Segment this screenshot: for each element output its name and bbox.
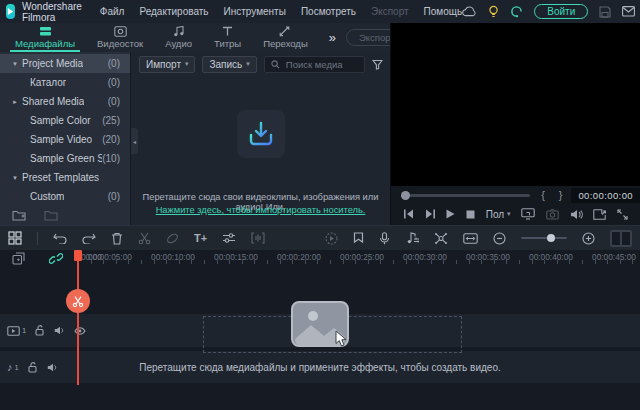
timeline-panel: 00:00 00:00:05:00 00:00:10:00 00:00:15:0…: [0, 250, 640, 410]
tab-audio-label: Аудио: [165, 38, 192, 49]
menu-view[interactable]: Посмотреть: [301, 6, 356, 17]
audio-mixer-icon[interactable]: [405, 232, 419, 244]
menu-tools[interactable]: Инструменты: [224, 6, 286, 17]
menu-edit[interactable]: Редактировать: [139, 6, 208, 17]
expander-icon[interactable]: ▾: [8, 174, 22, 182]
video-viewport: [391, 23, 640, 186]
menu-help[interactable]: Помощь: [424, 6, 463, 17]
track-panes-toggle[interactable]: [610, 230, 632, 247]
timeline-zoom-slider[interactable]: [521, 237, 567, 239]
chevron-down-icon: ▾: [246, 60, 250, 68]
mute-speaker-icon[interactable]: [54, 326, 65, 335]
zoom-slider-thumb[interactable]: [547, 234, 555, 242]
eye-visibility-icon[interactable]: [74, 327, 86, 335]
export-frame-icon[interactable]: [593, 209, 606, 220]
duplicate-icon[interactable]: [12, 252, 25, 265]
cloud-icon[interactable]: [462, 6, 477, 17]
second-display-icon[interactable]: [521, 208, 535, 220]
layout-grid-icon[interactable]: [8, 231, 22, 245]
auto-ripple-link-icon[interactable]: [49, 252, 63, 265]
sidebar-item-sample-color[interactable]: Sample Color (25): [0, 111, 130, 130]
tab-titles-label: Титры: [214, 38, 241, 49]
prev-frame-button[interactable]: [403, 209, 414, 219]
seek-bar[interactable]: [401, 194, 530, 197]
sidebar-item-preset-templates[interactable]: ▾ Preset Templates: [0, 168, 130, 187]
delete-folder-icon: [44, 209, 58, 221]
titlebar-actions: Войти – ×: [462, 4, 640, 19]
search-input[interactable]: [284, 58, 358, 71]
undo-icon[interactable]: [53, 232, 67, 244]
new-folder-icon[interactable]: [12, 209, 26, 221]
asset-tabbar: Медиафайлы Видеосток Аудио Титры Переход…: [0, 23, 390, 52]
media-toolbar: Импорт ▾ Запись ▾: [131, 52, 390, 73]
fit-timeline-icon[interactable]: [463, 233, 478, 244]
marker-icon[interactable]: [353, 232, 364, 245]
next-frame-button[interactable]: [425, 209, 436, 219]
video-track-icon: [7, 326, 20, 336]
expander-icon[interactable]: ▾: [8, 60, 22, 68]
preview-panel: { } 00:00:00:00 Пол ▾: [390, 23, 640, 225]
adjust-sliders-icon[interactable]: [222, 232, 236, 244]
video-track-number: 1: [22, 326, 26, 335]
sidebar-item-sample-video[interactable]: Sample Video (20): [0, 130, 130, 149]
tab-transitions[interactable]: Переходы: [252, 23, 319, 52]
fullscreen-icon[interactable]: [617, 209, 628, 220]
import-drop-tile[interactable]: [237, 110, 285, 158]
record-button[interactable]: Запись ▾: [202, 56, 256, 73]
tab-titles[interactable]: Титры: [203, 23, 252, 52]
render-preview-icon: [325, 232, 338, 245]
filter-icon[interactable]: [372, 59, 383, 70]
login-button[interactable]: Войти: [534, 4, 588, 19]
titlebar: Wondershare Filmora Файл Редактировать И…: [0, 0, 640, 23]
import-media-link[interactable]: Нажмите здесь, чтобы импортировать носит…: [131, 205, 390, 215]
sidebar-item-catalog[interactable]: Каталог (0): [0, 73, 130, 92]
playhead-handle[interactable]: [74, 250, 82, 261]
toolbar-divider: [37, 232, 38, 245]
voiceover-mic-icon[interactable]: [379, 232, 390, 245]
stop-button[interactable]: [466, 210, 475, 219]
tab-audio[interactable]: Аудио: [154, 23, 203, 52]
zoom-out-icon[interactable]: [493, 232, 506, 245]
menu-bar: Файл Редактировать Инструменты Посмотрет…: [100, 6, 462, 17]
toolbar-right: [325, 230, 632, 247]
split-scissors-icon: [138, 232, 151, 245]
expander-icon[interactable]: ▸: [8, 98, 22, 106]
chevron-down-icon: ▾: [185, 60, 189, 68]
media-panel: Импорт ▾ Запись ▾: [130, 52, 390, 225]
menu-file[interactable]: Файл: [100, 6, 125, 17]
menu-export: Экспорт: [371, 6, 409, 17]
delete-icon[interactable]: [111, 232, 123, 245]
mark-in-button[interactable]: {: [534, 189, 552, 201]
chevron-down-icon: ▾: [507, 210, 511, 218]
toolbar-left: T+: [8, 231, 265, 245]
tab-media[interactable]: Медиафайлы: [4, 23, 86, 52]
playhead-split-button[interactable]: [66, 289, 90, 313]
zoom-in-icon[interactable]: [582, 232, 595, 245]
support-headset-icon[interactable]: [510, 5, 523, 18]
add-text-tool[interactable]: T+: [194, 232, 207, 244]
sidebar-item-shared-media[interactable]: ▸ Shared Media (0): [0, 92, 130, 111]
collapse-panel-handle[interactable]: ◂: [131, 128, 138, 154]
sidebar-item-sample-green-screen[interactable]: Sample Green Scre... (10): [0, 149, 130, 168]
tab-stock[interactable]: Видеосток: [86, 23, 154, 52]
crop-icon: [166, 232, 179, 245]
seek-handle[interactable]: [401, 191, 410, 200]
media-thumb-placeholder: [291, 301, 349, 347]
import-button[interactable]: Импорт ▾: [139, 56, 195, 73]
ruler-ticks: [78, 260, 640, 264]
scrub-row: { } 00:00:00:00: [391, 188, 640, 202]
media-search[interactable]: [264, 56, 365, 73]
more-tabs-chevron[interactable]: »: [319, 30, 346, 45]
volume-icon[interactable]: [570, 209, 583, 220]
quality-dropdown[interactable]: Пол ▾: [486, 209, 511, 220]
sidebar-item-project-media[interactable]: ▾ Project Media (0): [0, 54, 130, 73]
feedback-mail-icon[interactable]: [622, 6, 635, 17]
lock-icon[interactable]: [35, 325, 45, 336]
filmora-logo-icon: [6, 4, 15, 19]
play-button[interactable]: [446, 209, 455, 219]
mark-out-button[interactable]: }: [552, 189, 570, 201]
lightbulb-icon[interactable]: [488, 5, 499, 18]
redo-icon[interactable]: [82, 232, 96, 244]
sidebar-item-custom[interactable]: Custom (0): [0, 187, 130, 206]
keyframe-icon[interactable]: [434, 232, 448, 245]
